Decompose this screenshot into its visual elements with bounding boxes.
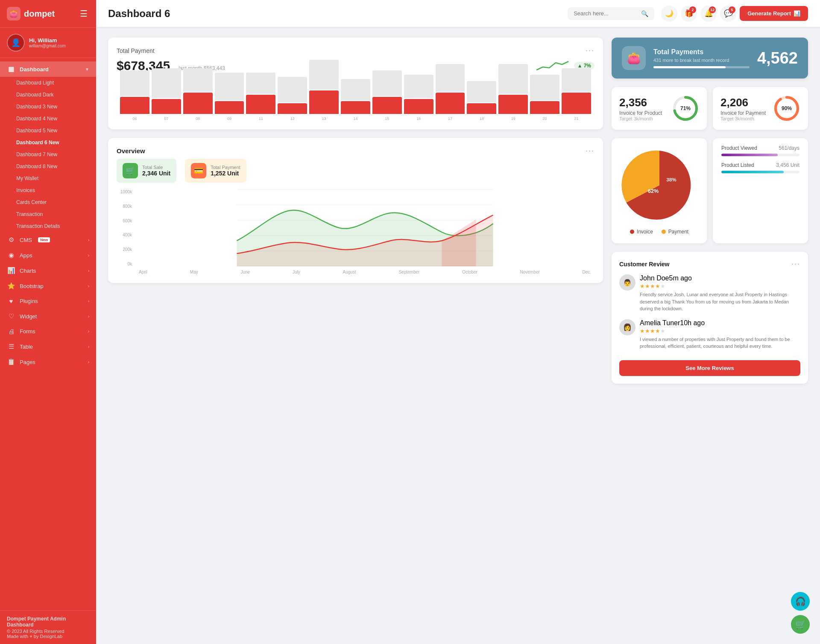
topbar-icons: 🌙 🎁 2 🔔 12 💬 5 Generate Report 📊 — [661, 6, 808, 22]
forms-icon: 🖨 — [7, 328, 15, 335]
sidebar-item-transaction-details[interactable]: Transaction Details — [0, 220, 96, 232]
gift-button[interactable]: 🎁 2 — [681, 6, 697, 22]
bar-gray — [215, 73, 244, 100]
messages-button[interactable]: 💬 5 — [720, 6, 736, 22]
sidebar-item-plugins[interactable]: ♥ Plugins › — [0, 294, 96, 309]
sidebar-item-dashboard-3[interactable]: Dashboard 3 New — [0, 101, 96, 113]
more-options-button[interactable]: ··· — [791, 259, 800, 268]
bar-red — [278, 103, 307, 114]
sidebar-header: 👛 dompet ☰ — [0, 0, 96, 28]
card-header: Total Payment ··· — [117, 46, 594, 55]
generate-report-button[interactable]: Generate Report 📊 — [740, 6, 808, 21]
banner-progress — [653, 66, 750, 68]
more-options-button[interactable]: ··· — [586, 146, 594, 155]
sidebar-item-dashboard-8[interactable]: Dashboard 8 New — [0, 160, 96, 172]
bar-red — [562, 93, 591, 114]
bar-red — [467, 103, 496, 114]
bar-group: 17 — [436, 64, 465, 121]
sidebar-item-label: CMS — [20, 237, 32, 243]
notifications-button[interactable]: 🔔 12 — [700, 6, 717, 22]
bar-gray — [372, 70, 402, 96]
sidebar-item-widget[interactable]: ♡ Widget › — [0, 309, 96, 324]
sidebar: 👛 dompet ☰ 👤 Hi, William william@gmail.c… — [0, 0, 96, 644]
sidebar-item-pages[interactable]: 📋 Pages › — [0, 354, 96, 370]
product-listed-fill — [721, 171, 784, 173]
bar-red — [404, 99, 433, 114]
widget-icon: ♡ — [7, 312, 15, 320]
apps-icon: ◉ — [7, 251, 15, 259]
user-name: Hi, William — [29, 37, 66, 44]
new-badge: New — [47, 152, 57, 157]
product-viewed-label: Product Viewed — [721, 145, 757, 151]
more-options-button[interactable]: ··· — [586, 46, 594, 55]
bar-red — [183, 93, 213, 114]
sidebar-item-dashboard-dark[interactable]: Dashboard Dark — [0, 89, 96, 101]
bar-red — [341, 101, 370, 114]
reviewer-avatar: 👩 — [619, 319, 636, 335]
sidebar-item-table[interactable]: ☰ Table › — [0, 339, 96, 354]
bar-label: 21 — [574, 117, 578, 121]
topbar: Dashboard 6 🔍 🌙 🎁 2 🔔 12 💬 5 Generate Re… — [96, 0, 820, 27]
bar-group: 16 — [404, 75, 433, 121]
payment-legend-dot — [662, 230, 666, 234]
sidebar-item-transaction[interactable]: Transaction — [0, 208, 96, 220]
sidebar-item-dashboard-7[interactable]: Dashboard 7 New — [0, 149, 96, 160]
support-button[interactable]: 🎧 — [791, 592, 810, 611]
sidebar-item-dashboard-4[interactable]: Dashboard 4 New — [0, 113, 96, 125]
gift-badge: 2 — [689, 6, 696, 13]
sale-icon: 🛒 — [123, 163, 138, 178]
hamburger-button[interactable]: ☰ — [78, 7, 89, 20]
invoice-payment-target: Target 3k/month — [720, 116, 766, 121]
sidebar-item-dashboard-light[interactable]: Dashboard Light — [0, 77, 96, 89]
reviewer-name: Amelia Tuner — [640, 319, 680, 327]
sidebar-item-cms[interactable]: ⚙ CMS New › — [0, 232, 96, 248]
chat-badge: 5 — [729, 6, 735, 13]
bar-group: 13 — [309, 60, 339, 121]
sidebar-item-apps[interactable]: ◉ Apps › — [0, 248, 96, 263]
bar-group: 15 — [372, 70, 402, 121]
payment-icon: 💳 — [191, 163, 206, 178]
banner-progress-fill — [653, 66, 726, 68]
bar-chart-container: 060708091112131415161718192021 — [117, 78, 594, 121]
dark-mode-button[interactable]: 🌙 — [661, 6, 677, 22]
sidebar-item-charts[interactable]: 📊 Charts › — [0, 263, 96, 278]
bar-group: 06 — [120, 70, 149, 121]
see-more-reviews-button[interactable]: See More Reviews — [619, 360, 800, 376]
sidebar-item-label: Bootstrap — [20, 283, 44, 289]
sidebar-item-dashboard-6[interactable]: Dashboard 6 New — [0, 137, 96, 149]
sidebar-item-dashboard[interactable]: ▦ Dashboard ▼ — [0, 61, 96, 77]
sidebar-item-cards-center[interactable]: Cards Center — [0, 196, 96, 208]
page-title: Dashboard 6 — [108, 8, 561, 20]
legend-invoice: Invoice — [630, 229, 653, 235]
bar-label: 19 — [511, 117, 515, 121]
bar-label: 08 — [196, 117, 200, 121]
invoice-product-info: 2,356 Invoice for Product Target 3k/mont… — [619, 96, 662, 121]
bar-group: 20 — [530, 75, 559, 121]
logo-icon: 👛 — [7, 7, 20, 20]
search-bar[interactable]: 🔍 — [568, 7, 654, 20]
bar-red — [152, 99, 181, 114]
sidebar-item-bootstrap[interactable]: ⭐ Bootstrap › — [0, 278, 96, 294]
payment-pct-label: 38% — [666, 177, 676, 182]
product-viewed-fill — [721, 154, 778, 156]
bar-group: 14 — [341, 79, 370, 121]
bar-gray — [183, 68, 213, 92]
cart-button[interactable]: 🛒 — [791, 615, 810, 634]
user-profile[interactable]: 👤 Hi, William william@gmail.com — [0, 28, 96, 58]
new-badge: New — [49, 140, 59, 146]
pie-chart-svg: 62% 38% — [621, 147, 698, 224]
search-input[interactable] — [574, 10, 638, 17]
rating-stars: ★★★★★ — [640, 328, 800, 334]
chevron-right-icon: › — [88, 360, 89, 364]
bar-label: 11 — [259, 117, 263, 121]
sidebar-item-my-wallet[interactable]: My Wallet — [0, 172, 96, 184]
sidebar-item-invoices[interactable]: Invoices — [0, 184, 96, 196]
sale-info: Total Sale 2,346 Unit — [142, 165, 170, 177]
sidebar-item-dashboard-5[interactable]: Dashboard 5 New — [0, 125, 96, 137]
bar-gray — [309, 60, 339, 90]
footer-title: Dompet Payment Admin Dashboard — [7, 616, 89, 628]
sidebar-item-forms[interactable]: 🖨 Forms › — [0, 324, 96, 339]
bar-label: 07 — [164, 117, 168, 121]
sidebar-item-label: Dashboard — [20, 66, 49, 73]
wallet-icon: 👛 — [622, 46, 646, 70]
